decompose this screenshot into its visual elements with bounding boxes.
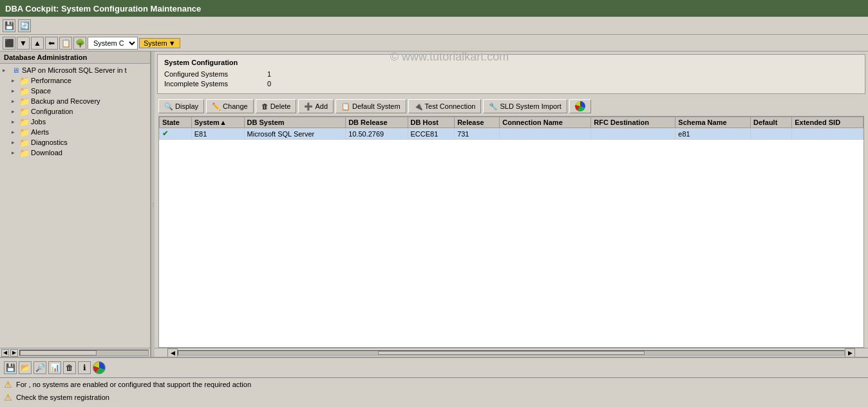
left-hscroll-track[interactable] xyxy=(19,350,149,356)
bottom-toolbar: 💾 📂 🔎 📊 🗑 ℹ xyxy=(0,357,868,377)
col-header-3: DB Release xyxy=(346,117,408,128)
db-icon: 🖥 xyxy=(10,66,21,75)
tree-label: Configuration xyxy=(31,108,73,115)
data-table: StateSystem▲DB SystemDB ReleaseDB HostRe… xyxy=(159,117,863,140)
folder-icon: 📁 xyxy=(19,76,30,85)
col-header-10: Extended SID xyxy=(792,117,863,128)
toolbar-nav4-icon[interactable]: 📋 xyxy=(59,37,72,50)
col-header-5: Release xyxy=(455,117,500,128)
system-button[interactable]: System ▼ xyxy=(139,38,180,48)
toolbar-nav1-icon[interactable]: ▼ xyxy=(17,37,30,50)
cell-0-3: 10.50.2769 xyxy=(346,128,408,140)
globe-button[interactable] xyxy=(569,99,591,113)
bottom-delete-icon[interactable]: 🗑 xyxy=(63,361,76,374)
system-selector[interactable]: System C xyxy=(88,37,138,50)
hscroll-thumb xyxy=(378,351,645,355)
left-scrollbar: ◀ ▶ xyxy=(0,348,150,357)
left-scroll-right[interactable]: ▶ xyxy=(10,349,18,357)
title-bar: DBA Cockpit: System Configuration Mainte… xyxy=(0,0,868,17)
delete-button[interactable]: 🗑Delete xyxy=(256,99,297,113)
tree-arrow[interactable]: ▸ xyxy=(12,129,19,135)
display-btn-label: Display xyxy=(175,102,198,110)
tree-arrow[interactable]: ▸ xyxy=(12,98,19,104)
change-button[interactable]: ✏️Change xyxy=(206,99,254,113)
hscroll-right-btn[interactable]: ▶ xyxy=(845,348,855,357)
col-header-0: State xyxy=(160,117,192,128)
toolbar-nav2-icon[interactable]: ▲ xyxy=(31,37,44,50)
col-header-6: Connection Name xyxy=(500,117,591,128)
add-btn-label: Add xyxy=(315,102,328,110)
globe-btn-icon xyxy=(575,101,585,111)
tree-label: Performance xyxy=(31,77,71,84)
col-header-8: Schema Name xyxy=(675,117,751,128)
bottom-open-icon[interactable]: 📂 xyxy=(19,361,32,374)
tree-arrow[interactable]: ▸ xyxy=(12,149,19,156)
bottom-info-icon[interactable]: ℹ xyxy=(78,361,91,374)
right-panel: System Configuration Configured Systems … xyxy=(155,52,868,357)
tree-item-performance[interactable]: ▸ 📁 Performance xyxy=(1,75,149,86)
toolbar-save-icon[interactable]: 💾 xyxy=(3,19,15,32)
toolbar2: ⬛ ▼ ▲ ⬅ 📋 🌳 System C System ▼ xyxy=(0,35,868,52)
cell-0-7 xyxy=(591,128,675,140)
system-button-arrow: ▼ xyxy=(169,39,176,47)
tree-arrow[interactable]: ▸ xyxy=(12,139,19,146)
cell-0-4: ECCE81 xyxy=(408,128,455,140)
col-header-4: DB Host xyxy=(408,117,455,128)
table-row[interactable]: ✔E81Microsoft SQL Server10.50.2769ECCE81… xyxy=(160,128,863,140)
tree-arrow[interactable]: ▸ xyxy=(12,108,19,115)
right-hscroll: ◀ ▶ xyxy=(155,348,868,357)
left-panel-title: Database Administration xyxy=(4,53,87,61)
status-bar: ⚠ For , no systems are enabled or config… xyxy=(0,377,868,407)
folder-icon: 📁 xyxy=(19,148,30,157)
cell-0-1: E81 xyxy=(191,128,244,140)
tree-item-download[interactable]: ▸ 📁 Download xyxy=(1,147,149,158)
tree-arrow[interactable]: ▸ xyxy=(12,77,19,84)
tree-arrow[interactable]: ▸ xyxy=(3,67,10,73)
bottom-save-icon[interactable]: 💾 xyxy=(4,361,17,374)
default-system-btn-icon: 📋 xyxy=(341,102,350,111)
toolbar-refresh-icon[interactable]: 🔄 xyxy=(18,19,31,32)
tree-label: Alerts xyxy=(31,128,49,136)
col-header-7: RFC Destination xyxy=(591,117,675,128)
left-panel-header: Database Administration xyxy=(0,52,150,64)
tree-label: Backup and Recovery xyxy=(31,97,100,105)
tree-item-jobs[interactable]: ▸ 📁 Jobs xyxy=(1,117,149,127)
data-table-container[interactable]: StateSystem▲DB SystemDB ReleaseDB HostRe… xyxy=(158,116,864,348)
test-connection-button[interactable]: 🔌Test Connection xyxy=(408,99,482,113)
system-button-label: System xyxy=(144,39,167,47)
hscroll-track[interactable] xyxy=(178,350,845,355)
delete-btn-icon: 🗑 xyxy=(261,102,269,110)
folder-icon: 📁 xyxy=(19,138,30,147)
tree-label: Space xyxy=(31,87,51,95)
bottom-settings-icon[interactable]: 📊 xyxy=(48,361,61,374)
bottom-print-icon[interactable]: 🔎 xyxy=(33,361,46,374)
config-row-1: Incomplete Systems 0 xyxy=(164,80,858,88)
sld-import-button[interactable]: 🔧SLD System Import xyxy=(483,99,567,113)
toolbar-tree-icon[interactable]: 🌳 xyxy=(73,37,86,50)
tree-arrow[interactable]: ▸ xyxy=(12,88,19,94)
tree-item-sap-root[interactable]: ▸ 🖥 SAP on Microsoft SQL Server in t xyxy=(1,65,149,75)
test-connection-btn-icon: 🔌 xyxy=(414,102,423,111)
config-row-0: Configured Systems 1 xyxy=(164,70,858,78)
folder-icon: 📁 xyxy=(19,86,30,95)
tree-item-space[interactable]: ▸ 📁 Space xyxy=(1,86,149,96)
tree-item-backup-recovery[interactable]: ▸ 📁 Backup and Recovery xyxy=(1,96,149,106)
toolbar-nav3-icon[interactable]: ⬅ xyxy=(45,37,58,50)
tree-item-configuration[interactable]: ▸ 📁 Configuration xyxy=(1,106,149,117)
status-warning-icon-1: ⚠ xyxy=(4,392,12,402)
add-button[interactable]: ➕Add xyxy=(298,99,334,113)
bottom-globe-icon[interactable] xyxy=(93,361,106,374)
tree-item-alerts[interactable]: ▸ 📁 Alerts xyxy=(1,127,149,137)
default-system-button[interactable]: 📋Default System xyxy=(335,99,406,113)
tree-item-diagnostics[interactable]: ▸ 📁 Diagnostics xyxy=(1,137,149,147)
tree-arrow[interactable]: ▸ xyxy=(12,118,19,125)
status-warning-icon-0: ⚠ xyxy=(4,379,12,390)
left-panel: Database Administration ▸ 🖥 SAP on Micro… xyxy=(0,52,151,357)
display-button[interactable]: 🔍Display xyxy=(158,99,204,113)
toolbar-back-icon[interactable]: ⬛ xyxy=(3,37,15,50)
left-scroll-left[interactable]: ◀ xyxy=(1,349,9,357)
tree-container: ▸ 🖥 SAP on Microsoft SQL Server in t ▸ 📁… xyxy=(0,64,150,348)
hscroll-left-btn[interactable]: ◀ xyxy=(167,348,178,357)
cell-0-9 xyxy=(751,128,792,140)
tree-label: Download xyxy=(31,149,62,156)
